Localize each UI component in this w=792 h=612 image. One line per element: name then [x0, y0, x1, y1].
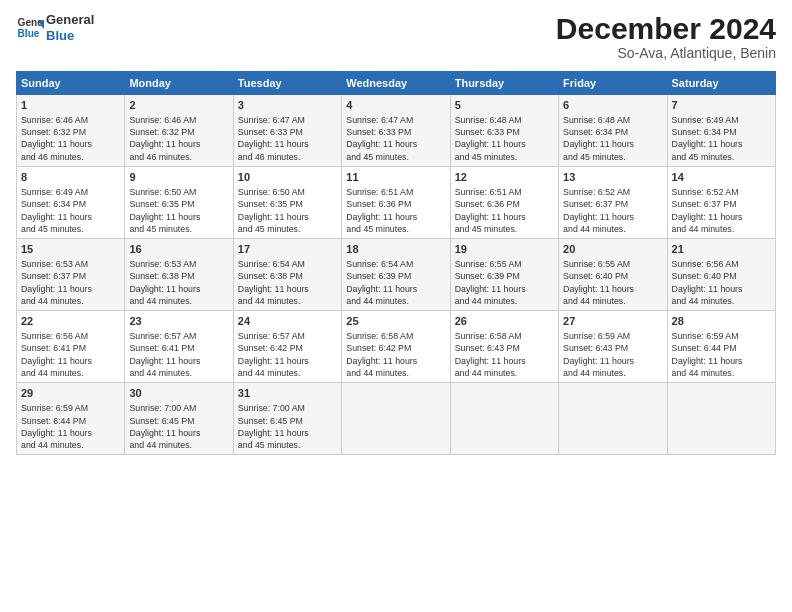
- calendar-cell: 27Sunrise: 6:59 AMSunset: 6:43 PMDayligh…: [559, 311, 667, 383]
- week-row-4: 22Sunrise: 6:56 AMSunset: 6:41 PMDayligh…: [17, 311, 776, 383]
- week-row-1: 1Sunrise: 6:46 AMSunset: 6:32 PMDaylight…: [17, 95, 776, 167]
- col-sunday: Sunday: [17, 72, 125, 95]
- col-thursday: Thursday: [450, 72, 558, 95]
- calendar-table: Sunday Monday Tuesday Wednesday Thursday…: [16, 71, 776, 455]
- logo: General Blue General Blue: [16, 12, 94, 43]
- calendar-cell: 11Sunrise: 6:51 AMSunset: 6:36 PMDayligh…: [342, 167, 450, 239]
- day-info: Sunrise: 6:46 AMSunset: 6:32 PMDaylight:…: [129, 114, 228, 163]
- day-number: 1: [21, 98, 120, 113]
- main-title: December 2024: [556, 12, 776, 45]
- day-number: 13: [563, 170, 662, 185]
- day-number: 5: [455, 98, 554, 113]
- day-info: Sunrise: 6:57 AMSunset: 6:41 PMDaylight:…: [129, 330, 228, 379]
- col-tuesday: Tuesday: [233, 72, 341, 95]
- day-number: 12: [455, 170, 554, 185]
- day-info: Sunrise: 6:49 AMSunset: 6:34 PMDaylight:…: [21, 186, 120, 235]
- calendar-cell: 16Sunrise: 6:53 AMSunset: 6:38 PMDayligh…: [125, 239, 233, 311]
- day-info: Sunrise: 7:00 AMSunset: 6:45 PMDaylight:…: [129, 402, 228, 451]
- day-number: 6: [563, 98, 662, 113]
- week-row-2: 8Sunrise: 6:49 AMSunset: 6:34 PMDaylight…: [17, 167, 776, 239]
- day-number: 18: [346, 242, 445, 257]
- day-number: 2: [129, 98, 228, 113]
- day-number: 30: [129, 386, 228, 401]
- day-info: Sunrise: 6:54 AMSunset: 6:39 PMDaylight:…: [346, 258, 445, 307]
- day-info: Sunrise: 7:00 AMSunset: 6:45 PMDaylight:…: [238, 402, 337, 451]
- calendar-cell: 4Sunrise: 6:47 AMSunset: 6:33 PMDaylight…: [342, 95, 450, 167]
- col-friday: Friday: [559, 72, 667, 95]
- calendar-cell: [342, 383, 450, 455]
- col-saturday: Saturday: [667, 72, 775, 95]
- calendar-cell: 30Sunrise: 7:00 AMSunset: 6:45 PMDayligh…: [125, 383, 233, 455]
- day-number: 8: [21, 170, 120, 185]
- calendar-cell: 20Sunrise: 6:55 AMSunset: 6:40 PMDayligh…: [559, 239, 667, 311]
- day-number: 20: [563, 242, 662, 257]
- calendar-cell: 17Sunrise: 6:54 AMSunset: 6:38 PMDayligh…: [233, 239, 341, 311]
- calendar-cell: 15Sunrise: 6:53 AMSunset: 6:37 PMDayligh…: [17, 239, 125, 311]
- calendar-cell: [450, 383, 558, 455]
- calendar-cell: 26Sunrise: 6:58 AMSunset: 6:43 PMDayligh…: [450, 311, 558, 383]
- day-info: Sunrise: 6:49 AMSunset: 6:34 PMDaylight:…: [672, 114, 771, 163]
- col-monday: Monday: [125, 72, 233, 95]
- calendar-cell: 18Sunrise: 6:54 AMSunset: 6:39 PMDayligh…: [342, 239, 450, 311]
- day-number: 21: [672, 242, 771, 257]
- day-info: Sunrise: 6:48 AMSunset: 6:33 PMDaylight:…: [455, 114, 554, 163]
- day-info: Sunrise: 6:55 AMSunset: 6:40 PMDaylight:…: [563, 258, 662, 307]
- calendar-cell: 31Sunrise: 7:00 AMSunset: 6:45 PMDayligh…: [233, 383, 341, 455]
- logo-icon: General Blue: [16, 14, 44, 42]
- day-info: Sunrise: 6:50 AMSunset: 6:35 PMDaylight:…: [238, 186, 337, 235]
- calendar-cell: 19Sunrise: 6:55 AMSunset: 6:39 PMDayligh…: [450, 239, 558, 311]
- day-info: Sunrise: 6:56 AMSunset: 6:41 PMDaylight:…: [21, 330, 120, 379]
- calendar-cell: 3Sunrise: 6:47 AMSunset: 6:33 PMDaylight…: [233, 95, 341, 167]
- calendar-cell: 29Sunrise: 6:59 AMSunset: 6:44 PMDayligh…: [17, 383, 125, 455]
- calendar-cell: 28Sunrise: 6:59 AMSunset: 6:44 PMDayligh…: [667, 311, 775, 383]
- day-info: Sunrise: 6:48 AMSunset: 6:34 PMDaylight:…: [563, 114, 662, 163]
- day-number: 10: [238, 170, 337, 185]
- calendar-cell: 10Sunrise: 6:50 AMSunset: 6:35 PMDayligh…: [233, 167, 341, 239]
- calendar-cell: 9Sunrise: 6:50 AMSunset: 6:35 PMDaylight…: [125, 167, 233, 239]
- day-info: Sunrise: 6:58 AMSunset: 6:43 PMDaylight:…: [455, 330, 554, 379]
- day-info: Sunrise: 6:51 AMSunset: 6:36 PMDaylight:…: [346, 186, 445, 235]
- day-info: Sunrise: 6:58 AMSunset: 6:42 PMDaylight:…: [346, 330, 445, 379]
- calendar-cell: 23Sunrise: 6:57 AMSunset: 6:41 PMDayligh…: [125, 311, 233, 383]
- calendar-cell: 5Sunrise: 6:48 AMSunset: 6:33 PMDaylight…: [450, 95, 558, 167]
- day-info: Sunrise: 6:52 AMSunset: 6:37 PMDaylight:…: [563, 186, 662, 235]
- calendar-cell: 24Sunrise: 6:57 AMSunset: 6:42 PMDayligh…: [233, 311, 341, 383]
- logo-text: General Blue: [46, 12, 94, 43]
- week-row-3: 15Sunrise: 6:53 AMSunset: 6:37 PMDayligh…: [17, 239, 776, 311]
- calendar-cell: 7Sunrise: 6:49 AMSunset: 6:34 PMDaylight…: [667, 95, 775, 167]
- day-number: 19: [455, 242, 554, 257]
- day-number: 14: [672, 170, 771, 185]
- day-info: Sunrise: 6:55 AMSunset: 6:39 PMDaylight:…: [455, 258, 554, 307]
- calendar-cell: 13Sunrise: 6:52 AMSunset: 6:37 PMDayligh…: [559, 167, 667, 239]
- day-info: Sunrise: 6:53 AMSunset: 6:38 PMDaylight:…: [129, 258, 228, 307]
- svg-text:Blue: Blue: [18, 28, 40, 39]
- day-info: Sunrise: 6:47 AMSunset: 6:33 PMDaylight:…: [238, 114, 337, 163]
- day-info: Sunrise: 6:59 AMSunset: 6:44 PMDaylight:…: [21, 402, 120, 451]
- day-number: 11: [346, 170, 445, 185]
- day-number: 16: [129, 242, 228, 257]
- day-info: Sunrise: 6:54 AMSunset: 6:38 PMDaylight:…: [238, 258, 337, 307]
- day-info: Sunrise: 6:56 AMSunset: 6:40 PMDaylight:…: [672, 258, 771, 307]
- day-info: Sunrise: 6:59 AMSunset: 6:44 PMDaylight:…: [672, 330, 771, 379]
- day-info: Sunrise: 6:47 AMSunset: 6:33 PMDaylight:…: [346, 114, 445, 163]
- day-info: Sunrise: 6:59 AMSunset: 6:43 PMDaylight:…: [563, 330, 662, 379]
- day-number: 29: [21, 386, 120, 401]
- day-info: Sunrise: 6:50 AMSunset: 6:35 PMDaylight:…: [129, 186, 228, 235]
- day-info: Sunrise: 6:52 AMSunset: 6:37 PMDaylight:…: [672, 186, 771, 235]
- title-block: December 2024 So-Ava, Atlantique, Benin: [556, 12, 776, 61]
- page-container: General Blue General Blue December 2024 …: [0, 0, 792, 612]
- day-info: Sunrise: 6:46 AMSunset: 6:32 PMDaylight:…: [21, 114, 120, 163]
- calendar-cell: [667, 383, 775, 455]
- calendar-cell: 14Sunrise: 6:52 AMSunset: 6:37 PMDayligh…: [667, 167, 775, 239]
- day-number: 31: [238, 386, 337, 401]
- calendar-cell: 12Sunrise: 6:51 AMSunset: 6:36 PMDayligh…: [450, 167, 558, 239]
- calendar-cell: 8Sunrise: 6:49 AMSunset: 6:34 PMDaylight…: [17, 167, 125, 239]
- calendar-cell: 25Sunrise: 6:58 AMSunset: 6:42 PMDayligh…: [342, 311, 450, 383]
- calendar-cell: 22Sunrise: 6:56 AMSunset: 6:41 PMDayligh…: [17, 311, 125, 383]
- day-info: Sunrise: 6:53 AMSunset: 6:37 PMDaylight:…: [21, 258, 120, 307]
- header: General Blue General Blue December 2024 …: [16, 12, 776, 61]
- day-number: 4: [346, 98, 445, 113]
- header-row: Sunday Monday Tuesday Wednesday Thursday…: [17, 72, 776, 95]
- day-number: 27: [563, 314, 662, 329]
- day-number: 24: [238, 314, 337, 329]
